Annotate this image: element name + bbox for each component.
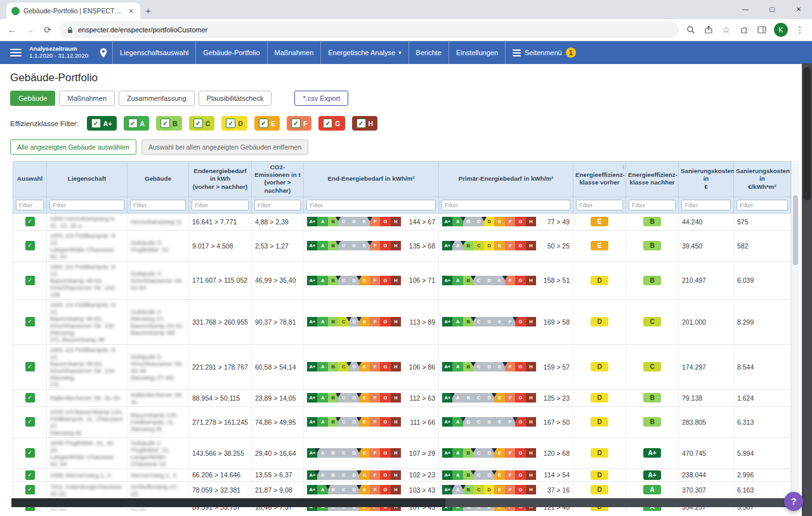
page-horizontal-scrollbar-thumb[interactable] — [11, 498, 445, 507]
column-header-prim-r-energiebedarf-in-kwh-m[interactable]: Primär-Energiebedarf in kWh/m² — [439, 162, 573, 197]
tab-close-icon[interactable]: ✕ — [128, 8, 135, 15]
column-header-energieeffizienz-klasse-nachher[interactable]: Energieeffizienz-klasse nachher — [626, 162, 679, 197]
page-horizontal-scrollbar[interactable] — [11, 498, 801, 507]
filter-cell — [679, 197, 734, 213]
page-vertical-scrollbar[interactable] — [802, 63, 812, 516]
column-filter-input[interactable] — [442, 200, 570, 210]
nav-item-liegenschaftsauswahl[interactable]: Liegenschaftsauswahl — [112, 41, 195, 64]
class-filter-chip-g[interactable]: ✓G — [318, 116, 344, 131]
class-filter-chip-e[interactable]: ✓E — [254, 116, 280, 131]
class-filter-chip-f[interactable]: ✓F — [287, 116, 311, 131]
new-tab-button[interactable]: + — [145, 5, 151, 16]
energy-seg-b: B — [328, 317, 338, 326]
row-checkbox[interactable]: ✓ — [25, 362, 35, 371]
column-filter-input[interactable] — [681, 200, 731, 210]
checkbox-checked-icon[interactable]: ✓ — [291, 119, 301, 128]
checkbox-checked-icon[interactable]: ✓ — [357, 119, 366, 128]
column-header-sanierungskosten-in-kwh-m[interactable]: Sanierungskosten in€/kWh*m² — [734, 162, 791, 197]
side-menu-button[interactable]: Seitenmenü 1 — [505, 41, 583, 64]
reload-icon[interactable]: ⟳ — [42, 25, 53, 35]
row-checkbox[interactable]: ✓ — [25, 276, 35, 285]
tab-ma-nahmen[interactable]: Maßnahmen — [59, 91, 115, 106]
checkbox-checked-icon[interactable]: ✓ — [323, 119, 332, 128]
hamburger-menu-icon[interactable] — [10, 49, 22, 56]
column-header-energieeffizienz-klasse-vorher[interactable]: Energieeffizienz-klasse vorher↓ — [573, 162, 626, 197]
column-filter-input[interactable] — [16, 200, 44, 210]
kebab-menu-icon[interactable]: ⋮ — [794, 25, 806, 35]
row-checkbox[interactable]: ✓ — [25, 393, 35, 403]
tab-plausibilit-tscheck[interactable]: Plausibilitätscheck — [199, 91, 272, 106]
csv-export-button[interactable]: *.csv Export — [294, 91, 348, 106]
column-filter-input[interactable] — [737, 200, 788, 210]
help-button[interactable]: ? — [784, 492, 803, 511]
checkbox-checked-icon[interactable]: ✓ — [128, 119, 138, 128]
deselect-all-button[interactable]: Auswahl bei allen angezeigten Gebäuden e… — [141, 139, 308, 155]
column-header-end-energiebedarf-in-kwh-m[interactable]: End-Energiebedarf in kWh/m² — [304, 162, 439, 197]
class-filter-chip-c[interactable]: ✓C — [189, 116, 215, 131]
energy-seg-a: A+ — [442, 362, 452, 371]
share-icon[interactable] — [703, 25, 714, 34]
row-select-cell: ✓ — [13, 230, 47, 261]
tab-zusammenfassung[interactable]: Zusammenfassung — [119, 91, 195, 106]
column-filter-input[interactable] — [306, 200, 436, 210]
column-header-sanierungskosten-in[interactable]: Sanierungskosten in€ — [679, 162, 734, 197]
forward-icon[interactable]: → — [24, 25, 36, 35]
checkbox-checked-icon[interactable]: ✓ — [226, 119, 235, 128]
maximize-icon[interactable]: ▢ — [759, 0, 785, 18]
column-header-geb-ude[interactable]: Gebäude — [128, 162, 189, 197]
primaer-energiebedarf-bar-cell: A+ABCDEFGH158 > 51 — [442, 276, 570, 285]
profile-avatar[interactable]: K — [774, 23, 788, 37]
class-filter-chip-b[interactable]: ✓B — [156, 116, 182, 131]
row-checkbox[interactable]: ✓ — [25, 448, 35, 458]
nav-item-geb-ude-portfolio[interactable]: Gebäude-Portfolio — [195, 41, 266, 64]
column-header-auswahl[interactable]: Auswahl — [13, 162, 47, 197]
column-filter-input[interactable] — [576, 200, 623, 210]
checkbox-checked-icon[interactable]: ✓ — [91, 119, 101, 128]
end-energiebedarf-bar-scale: A+ABCDEFGH — [307, 317, 401, 326]
column-header-co2-emissionen-in-t-vorher-nachher[interactable]: CO2-Emissionen in t(vorher > nachher) — [252, 162, 304, 197]
column-filter-input[interactable] — [130, 200, 186, 210]
close-icon[interactable]: ✕ — [785, 0, 812, 18]
nav-item-einstellungen[interactable]: Einstellungen — [449, 41, 505, 64]
browser-tab[interactable]: Gebäude-Portfolio | ENSPECTER ✕ — [6, 3, 140, 19]
extensions-puzzle-icon[interactable] — [738, 25, 750, 34]
checkbox-checked-icon[interactable]: ✓ — [160, 119, 170, 128]
row-checkbox[interactable]: ✓ — [25, 317, 35, 326]
column-header-endenergiebedarf-in-kwh-vorher-nachher[interactable]: Endenergiebedarf in kWh(vorher > nachher… — [189, 162, 252, 197]
class-filter-chip-d[interactable]: ✓D — [221, 116, 247, 131]
zoom-search-icon[interactable] — [685, 25, 697, 34]
checkbox-checked-icon[interactable]: ✓ — [259, 119, 268, 128]
side-panel-icon[interactable] — [756, 26, 768, 34]
minimize-icon[interactable]: — — [732, 0, 759, 18]
nav-item-ma-nahmen[interactable]: Maßnahmen — [267, 41, 321, 64]
page-vertical-scrollbar-thumb[interactable] — [803, 67, 811, 200]
sort-descending-icon[interactable]: ↓ — [622, 163, 625, 171]
column-filter-input[interactable] — [192, 200, 249, 210]
nav-item-berichte[interactable]: Berichte — [409, 41, 449, 64]
marker-nachher-icon — [471, 276, 476, 280]
column-filter-input[interactable] — [254, 200, 301, 210]
location-pin-icon[interactable] — [100, 48, 107, 58]
row-checkbox[interactable]: ✓ — [25, 241, 35, 250]
endenergie-kwh-cell: 221.291 > 178.767 — [189, 344, 252, 389]
class-filter-chip-h[interactable]: ✓H — [352, 116, 378, 131]
bookmark-star-icon[interactable]: ☆ — [721, 25, 732, 35]
row-checkbox[interactable]: ✓ — [25, 417, 35, 427]
column-filter-input[interactable] — [49, 200, 124, 210]
tab-geb-ude[interactable]: Gebäude — [10, 91, 55, 106]
class-filter-chip-a[interactable]: ✓A — [124, 116, 150, 131]
row-checkbox[interactable]: ✓ — [25, 217, 35, 226]
address-bar[interactable]: enspecter.de/enspecter/portfolioCustomer — [60, 22, 679, 38]
column-header-liegenschaft[interactable]: Liegenschaft — [47, 162, 128, 197]
table-vertical-scrollbar[interactable] — [791, 161, 799, 511]
table-scrollbar-thumb[interactable] — [793, 195, 798, 265]
row-checkbox[interactable]: ✓ — [25, 485, 35, 494]
class-filter-chip-a[interactable]: ✓A+ — [87, 116, 117, 131]
back-icon[interactable]: ← — [6, 25, 18, 35]
select-all-button[interactable]: Alle angezeigten Gebäude auswählen — [10, 139, 136, 155]
checkbox-checked-icon[interactable]: ✓ — [193, 119, 203, 128]
row-checkbox[interactable]: ✓ — [25, 470, 35, 480]
nav-item-energetische-analyse[interactable]: Energetische Analyse▾ — [320, 41, 408, 64]
column-filter-input[interactable] — [629, 200, 676, 210]
energy-seg-f: F — [370, 393, 380, 403]
